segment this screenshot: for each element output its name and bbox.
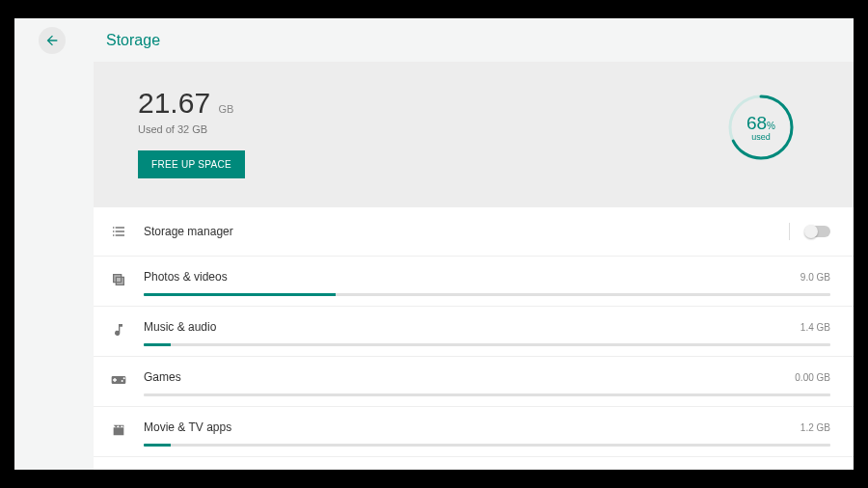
- category-size: 0.00 GB: [795, 372, 830, 383]
- used-amount: 21.67: [138, 87, 210, 119]
- divider: [789, 223, 790, 240]
- category-bar: [144, 343, 830, 346]
- category-size: 1.4 GB: [800, 322, 830, 333]
- photos-icon: [109, 272, 128, 287]
- category-row-movie[interactable]: Movie & TV apps1.2 GB: [94, 407, 854, 457]
- list-icon: [109, 224, 128, 239]
- category-size: 1.2 GB: [800, 422, 830, 433]
- storage-manager-toggle[interactable]: [805, 226, 830, 237]
- back-button[interactable]: [39, 27, 66, 54]
- movie-icon: [109, 422, 128, 438]
- category-label: Music & audio: [144, 320, 216, 334]
- page-title: Storage: [106, 32, 160, 49]
- category-bar: [144, 393, 830, 396]
- free-up-space-button[interactable]: FREE UP SPACE: [138, 150, 245, 178]
- used-subtitle: Used of 32 GB: [138, 123, 245, 135]
- category-row-games[interactable]: Games0.00 GB: [94, 357, 854, 407]
- category-bar: [144, 293, 830, 296]
- category-row-music[interactable]: Music & audio1.4 GB: [94, 307, 854, 357]
- used-unit: GB: [219, 103, 234, 115]
- arrow-left-icon: [44, 33, 60, 48]
- category-size: 9.0 GB: [800, 272, 830, 283]
- ring-percent: 68%: [746, 113, 775, 134]
- usage-block: 21.67 GB Used of 32 GB FREE UP SPACE: [138, 87, 245, 178]
- usage-ring-chart: 68% used: [726, 93, 796, 162]
- storage-manager-row[interactable]: Storage manager: [94, 207, 854, 257]
- storage-manager-label: Storage manager: [144, 225, 789, 238]
- category-label: Games: [144, 370, 181, 384]
- storage-summary: 21.67 GB Used of 32 GB FREE UP SPACE 68%…: [94, 62, 854, 207]
- category-row-apps[interactable]: Other apps3.5 GB: [94, 457, 854, 470]
- content-scroll[interactable]: 21.67 GB Used of 32 GB FREE UP SPACE 68%…: [94, 62, 854, 470]
- games-icon: [109, 372, 128, 388]
- category-row-photos[interactable]: Photos & videos9.0 GB: [94, 257, 854, 307]
- music-icon: [109, 322, 128, 338]
- app-header: Storage: [14, 18, 854, 62]
- category-label: Movie & TV apps: [144, 420, 231, 434]
- category-label: Photos & videos: [144, 270, 228, 284]
- ring-label: used: [751, 132, 771, 142]
- category-bar: [144, 444, 830, 447]
